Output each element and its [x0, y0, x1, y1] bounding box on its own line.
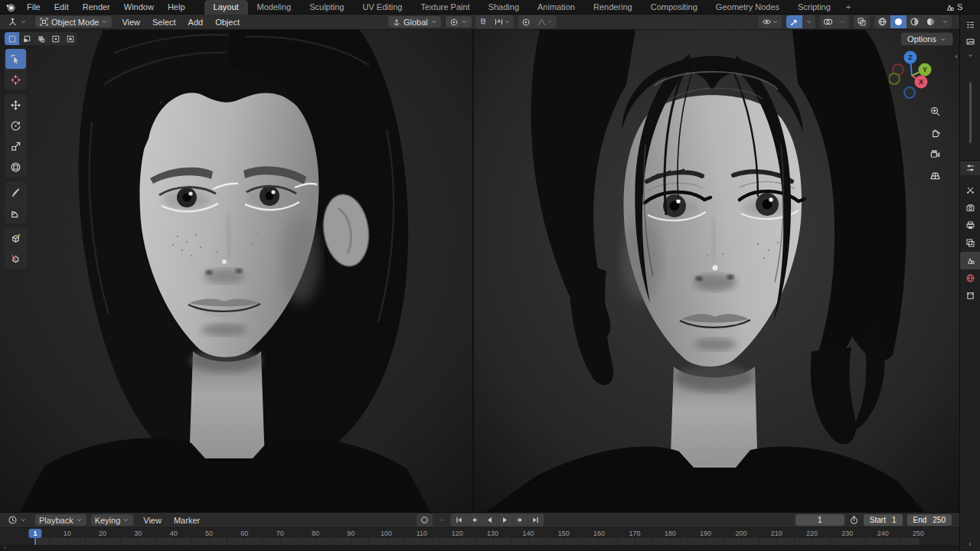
viewport-menu-object[interactable]: Object: [209, 15, 246, 29]
current-frame-badge[interactable]: 1: [28, 529, 41, 538]
properties-tab-output[interactable]: [960, 217, 980, 234]
start-frame-field[interactable]: Start 1: [864, 514, 903, 526]
outliner-filter-button[interactable]: [960, 33, 980, 50]
tool-select-box[interactable]: [5, 49, 26, 69]
add-workspace-button[interactable]: +: [840, 0, 857, 15]
snap-target-select[interactable]: [491, 15, 514, 28]
viewport-menu-add[interactable]: Add: [182, 15, 210, 29]
tool-cut-cube[interactable]: [5, 249, 26, 269]
workspace-tab-modeling[interactable]: Modeling: [248, 0, 301, 15]
select-mode-intersect[interactable]: [63, 32, 77, 45]
proportional-edit-toggle[interactable]: [518, 15, 534, 28]
topbar-menu-edit[interactable]: Edit: [47, 0, 76, 15]
viewport-menu-select[interactable]: Select: [146, 15, 182, 29]
chevron-down-icon[interactable]: [439, 517, 446, 523]
falloff-select[interactable]: [534, 15, 557, 28]
timeline-menu-keying[interactable]: Keying: [90, 514, 135, 527]
properties-tab-world[interactable]: [960, 269, 980, 287]
3d-viewport-canvas[interactable]: [0, 30, 959, 512]
topbar-menu-file[interactable]: File: [20, 0, 47, 15]
workspace-tab-scripting[interactable]: Scripting: [789, 0, 840, 15]
tool-measure[interactable]: [5, 203, 26, 223]
timeline-menu-playback[interactable]: Playback: [34, 514, 87, 527]
3d-viewport[interactable]: Options Z Y X ‹: [0, 30, 959, 512]
tool-scale[interactable]: [5, 136, 26, 156]
outliner-editor-button[interactable]: [960, 16, 980, 33]
scene-selector[interactable]: S: [945, 2, 980, 12]
tool-add-cube[interactable]: [5, 228, 26, 248]
select-mode-subtract[interactable]: [34, 32, 48, 45]
viewport-perspective-grid-button[interactable]: [927, 168, 942, 183]
workspace-tab-texture-paint[interactable]: Texture Paint: [411, 0, 479, 15]
transport-next-keyframe-button[interactable]: [513, 514, 528, 526]
workspace-tab-sculpting[interactable]: Sculpting: [300, 0, 353, 15]
timeline-menu-view[interactable]: View: [137, 514, 168, 527]
timeline-expand-icon[interactable]: ›: [4, 544, 6, 551]
tool-rotate[interactable]: [5, 116, 26, 135]
end-frame-field[interactable]: End 250: [907, 514, 952, 526]
tool-move[interactable]: [5, 95, 26, 115]
workspace-tab-rendering[interactable]: Rendering: [584, 0, 642, 15]
status-bar: ›: [0, 545, 959, 551]
workspace-tab-compositing[interactable]: Compositing: [642, 0, 707, 15]
shading-dropdown[interactable]: [939, 15, 952, 28]
select-mode-invert[interactable]: [48, 32, 63, 45]
select-mode-extend[interactable]: [19, 32, 34, 45]
chevron-down-icon[interactable]: [960, 50, 980, 60]
gizmos-dropdown[interactable]: [786, 15, 815, 28]
visibility-dropdown[interactable]: [759, 15, 782, 28]
viewport-camera-view-button[interactable]: [927, 146, 942, 161]
blender-logo-icon[interactable]: [0, 2, 20, 12]
timeline-ruler[interactable]: 1 10203040506070809010011012013014015016…: [0, 527, 959, 538]
transport-prev-keyframe-button[interactable]: [467, 514, 482, 526]
render-right-head: [474, 30, 959, 512]
properties-tab-render[interactable]: [960, 199, 980, 217]
editor-type-button[interactable]: [3, 15, 31, 28]
proportional-edit-group: [518, 15, 557, 28]
viewport-menu-view[interactable]: View: [116, 15, 146, 29]
xray-toggle[interactable]: [854, 15, 870, 28]
shading-rendered-button[interactable]: [923, 15, 939, 28]
select-mode-set[interactable]: [5, 32, 19, 45]
shading-material-preview-button[interactable]: [906, 15, 923, 28]
properties-tab-scene[interactable]: [960, 252, 980, 269]
viewport-zoom-button[interactable]: [927, 103, 942, 119]
overlays-dropdown[interactable]: [820, 15, 849, 28]
region-toggle-icon[interactable]: ‹: [969, 540, 971, 548]
workspace-tab-uv-editing[interactable]: UV Editing: [353, 0, 411, 15]
options-button[interactable]: Options: [900, 32, 953, 46]
mode-select[interactable]: Object Mode: [34, 15, 113, 28]
viewport-pan-button[interactable]: [927, 125, 942, 140]
workspace-tab-shading[interactable]: Shading: [479, 0, 528, 15]
preview-range-stopwatch-icon[interactable]: [849, 515, 859, 525]
sidebar-toggle-icon[interactable]: ‹: [955, 51, 958, 60]
properties-editor-button[interactable]: [960, 161, 980, 175]
transport-play-reverse-button[interactable]: [482, 514, 497, 526]
tool-cursor[interactable]: [5, 70, 26, 90]
transport-jump-start-button[interactable]: [452, 514, 466, 526]
topbar-menu-help[interactable]: Help: [161, 0, 192, 15]
pivot-point-select[interactable]: [445, 15, 472, 28]
properties-tab-view-layer[interactable]: [960, 234, 980, 252]
shading-wireframe-button[interactable]: [874, 15, 890, 28]
timeline-menu-marker[interactable]: Marker: [168, 514, 206, 527]
workspace-tab-geometry-nodes[interactable]: Geometry Nodes: [707, 0, 789, 15]
timeline-editor-type-button[interactable]: [3, 514, 31, 527]
workspace-tab-animation[interactable]: Animation: [528, 0, 584, 15]
properties-tab-tool[interactable]: [960, 181, 980, 199]
topbar-menu-render[interactable]: Render: [76, 0, 117, 15]
transport-play-button[interactable]: [498, 514, 512, 526]
shading-solid-button[interactable]: [890, 15, 906, 28]
transport-jump-end-button[interactable]: [528, 514, 543, 526]
tool-transform[interactable]: [5, 157, 26, 177]
properties-tab-object[interactable]: [960, 287, 980, 305]
navigation-gizmo[interactable]: Z Y X: [889, 47, 947, 105]
transform-orientation-select[interactable]: Global: [387, 15, 442, 28]
current-frame-field[interactable]: 1: [795, 514, 844, 526]
snap-toggle[interactable]: [475, 15, 491, 28]
outliner-scrollbar[interactable]: [969, 82, 972, 143]
topbar-menu-window[interactable]: Window: [117, 0, 161, 15]
workspace-tab-layout[interactable]: Layout: [204, 0, 248, 15]
auto-keying-toggle[interactable]: [416, 514, 433, 527]
tool-annotate[interactable]: [5, 182, 26, 202]
